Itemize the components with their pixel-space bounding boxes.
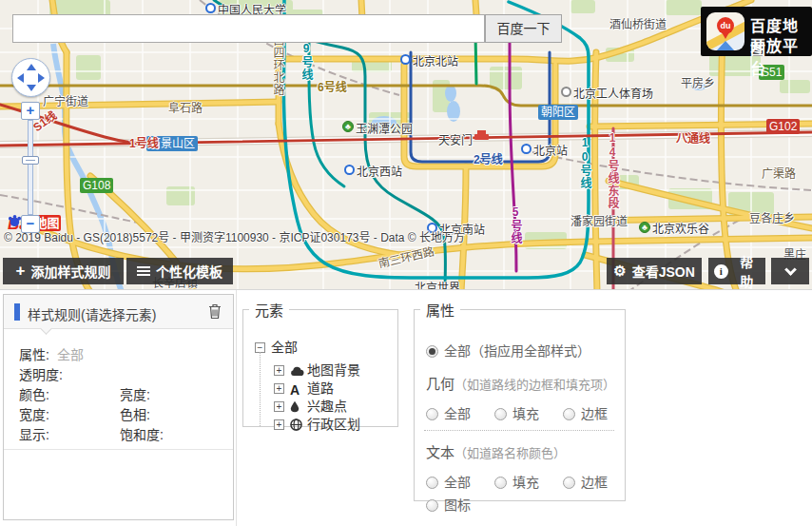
help-label: 帮助 <box>734 252 760 290</box>
attribute-label: 属性: <box>19 347 49 362</box>
expand-icon[interactable] <box>274 365 284 376</box>
pan-right-icon[interactable] <box>38 73 45 83</box>
element-legend: 元素 <box>249 300 289 320</box>
radio-label[interactable]: 全部 <box>444 475 471 490</box>
opacity-label: 透明度: <box>19 364 63 383</box>
district-badge: 朝阳区 <box>538 105 578 120</box>
dotted-separator <box>424 430 614 431</box>
map-label: 阜石路 <box>168 99 203 115</box>
tree-node-label: 地图背景 <box>307 362 360 378</box>
text-section-title: 文本（如道路名称颜色） <box>426 441 566 461</box>
attribute-legend: 属性 <box>420 300 460 320</box>
radio-geo-fill[interactable] <box>494 408 507 420</box>
tree-node-all[interactable]: 全部 <box>255 337 298 356</box>
menu-icon <box>137 266 150 276</box>
text-title: 文本 <box>426 444 454 460</box>
color-label: 颜色: <box>19 384 49 403</box>
help-button[interactable]: i 帮助 <box>708 258 765 284</box>
metro-station-icon <box>521 144 532 154</box>
view-json-button[interactable]: 查看JSON <box>607 258 702 284</box>
map-label: 北京工人体育场 <box>573 85 653 101</box>
expand-icon[interactable] <box>274 383 284 394</box>
tree-node-admin-regions[interactable]: 行政区划 <box>274 414 360 434</box>
platform-app-icon: du <box>706 12 744 50</box>
element-fieldset: 元素 全部 地图背景 道路 兴趣点 行政区划 <box>242 300 398 427</box>
platform-logo-line2: 开放平台 <box>750 33 812 79</box>
radio-geo-all[interactable] <box>426 408 438 420</box>
zoom-out-button[interactable] <box>21 215 40 233</box>
highway-badge: G102 <box>766 119 800 134</box>
map-attribution: © 2019 Baidu - GS(2018)5572号 - 甲测资字11009… <box>4 228 465 244</box>
saturation-label: 饱和度: <box>120 424 164 443</box>
map-label: 北京欢乐谷 <box>652 220 709 236</box>
tree-node-label: 行政区划 <box>307 417 360 432</box>
pan-down-icon[interactable] <box>27 85 36 91</box>
radio-geometry-all: 全部 <box>426 403 471 422</box>
map-canvas[interactable]: 中国人民大学 酒仙桥街道 北京北站 平房乡 S51 北京工人体育场 朝阳区 广宁… <box>0 0 812 292</box>
custom-template-label: 个性化模板 <box>156 262 222 281</box>
park-icon: ♣ <box>639 222 650 233</box>
stadium-icon <box>561 87 571 97</box>
search-input[interactable] <box>12 14 485 43</box>
attribute-fieldset: 属性 全部（指应用全部样式） 几何（如道路线的边框和填充项） 全部 填充 边框 … <box>414 300 626 501</box>
radio-label[interactable]: 图标 <box>444 497 471 513</box>
text-hint: （如道路名称颜色） <box>454 446 566 460</box>
radio-geometry-fill: 填充 <box>494 403 539 422</box>
radio-label[interactable]: 全部（指应用全部样式） <box>444 343 590 359</box>
metro-station-icon <box>205 3 216 13</box>
radio-label[interactable]: 填充 <box>512 475 539 490</box>
radio-text-fill: 填充 <box>494 472 539 491</box>
delete-rule-button[interactable] <box>208 303 222 323</box>
radio-label[interactable]: 边框 <box>581 406 608 421</box>
radio-text-icon[interactable] <box>426 499 438 512</box>
map-label: 5号线 <box>508 205 524 244</box>
brightness-label: 亮度: <box>120 384 150 403</box>
baidu-map-style-editor: 中国人民大学 酒仙桥街道 北京北站 平房乡 S51 北京工人体育场 朝阳区 广宁… <box>0 0 812 526</box>
radio-text-all[interactable] <box>426 477 438 489</box>
radio-label[interactable]: 填充 <box>512 406 539 421</box>
style-rule-header: 样式规则(请选择元素) <box>4 295 233 329</box>
tree-node-label: 兴趣点 <box>307 399 347 414</box>
geometry-section-title: 几何（如道路线的边框和填充项） <box>426 373 615 393</box>
radio-text-icon: 图标 <box>426 495 471 514</box>
style-rule-title: 样式规则(请选择元素) <box>28 304 156 323</box>
tree-node-map-background[interactable]: 地图背景 <box>274 360 360 380</box>
radio-label[interactable]: 边框 <box>581 475 608 490</box>
pan-up-icon[interactable] <box>27 64 36 70</box>
info-icon: i <box>714 264 728 279</box>
expand-icon[interactable] <box>274 401 284 412</box>
style-rule-card[interactable]: 样式规则(请选择元素) 属性:全部 透明度: 颜色: 亮度: 宽度: 色相: 显… <box>3 294 234 520</box>
search-button[interactable]: 百度一下 <box>485 14 562 43</box>
width-label: 宽度: <box>19 404 49 423</box>
zoom-in-button[interactable] <box>21 102 40 120</box>
tree-connector <box>260 352 261 426</box>
tree-node-roads[interactable]: 道路 <box>274 378 334 398</box>
pan-left-icon[interactable] <box>17 73 24 83</box>
map-pan-control[interactable] <box>11 58 50 97</box>
custom-template-button[interactable]: 个性化模板 <box>126 258 233 284</box>
gear-icon <box>613 263 626 280</box>
zoom-slider-track[interactable] <box>28 120 33 215</box>
radio-all-styles[interactable] <box>426 345 438 358</box>
expand-icon[interactable] <box>274 419 284 430</box>
highway-badge: G108 <box>80 178 113 193</box>
radio-row-all: 全部（指应用全部样式） <box>426 341 590 360</box>
radio-text-stroke[interactable] <box>563 477 575 489</box>
zoom-slider-thumb[interactable] <box>22 156 39 165</box>
tiananmen-icon <box>474 134 489 140</box>
geometry-title: 几何 <box>426 376 454 392</box>
radio-text-fill[interactable] <box>494 477 507 489</box>
radio-geo-stroke[interactable] <box>563 408 575 420</box>
collapse-panel-button[interactable] <box>771 258 809 284</box>
map-label: 平房乡 <box>681 74 715 90</box>
tree-node-poi[interactable]: 兴趣点 <box>274 396 347 416</box>
map-label: 广渠路 <box>762 165 796 181</box>
map-label: 2号线 <box>474 150 503 166</box>
map-label: 10号线 <box>577 136 593 189</box>
add-style-rule-button[interactable]: 添加样式规则 <box>3 258 124 284</box>
display-label: 显示: <box>19 424 49 443</box>
radio-label[interactable]: 全部 <box>444 406 471 421</box>
map-label: 玉渊潭公园 <box>356 120 413 136</box>
geometry-hint: （如道路线的边框和填充项） <box>454 378 615 392</box>
map-label: 酒仙桥街道 <box>609 15 667 31</box>
